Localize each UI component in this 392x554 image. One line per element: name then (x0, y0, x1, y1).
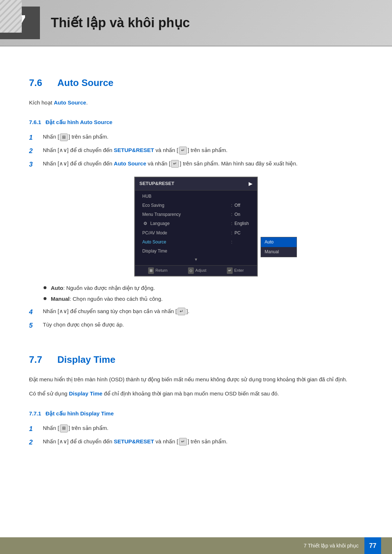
enter-key-icon: ↵ (179, 147, 187, 154)
section-7-7-title: Display Time (57, 352, 115, 368)
osd-footer: ⊞ Return ◇ Adjust ↵ Enter (135, 265, 257, 276)
subsection-7-6-1-heading: 7.6.1 Đặt cấu hình Auto Source (29, 118, 363, 127)
osd-scroll-indicator: ▼ (135, 256, 257, 264)
section-7-6-number: 7.6 (29, 75, 51, 91)
section-7-7-para1: Đặt menu hiển thị trên màn hình (OSD) th… (29, 375, 363, 384)
osd-screenshot-container: SETUP&RESET ▶ HUB Eco Saving : Off Menu … (29, 177, 363, 276)
step-7-6-1-2: 2 Nhấn [∧∨] để di chuyển đến SETUP&RESET… (29, 146, 363, 156)
osd-row-hub: HUB (135, 192, 257, 201)
osd-enter-icon: ↵ (227, 267, 233, 274)
step-7-7-1-1: 1 Nhấn [⊞] trên sản phẩm. (29, 424, 363, 434)
section-7-7-number: 7.7 (29, 352, 51, 368)
subsection-7-7-1-number: 7.7.1 (29, 410, 41, 416)
subsection-7-6-1-number: 7.6.1 (29, 119, 41, 125)
osd-title: SETUP&RESET (139, 180, 174, 188)
enter-key-icon-2: ↵ (171, 160, 179, 168)
bullet-dot-1 (44, 286, 46, 289)
steps-7-6-1: 1 Nhấn [⊞] trên sản phẩm. 2 Nhấn [∧∨] để… (29, 132, 363, 169)
subsection-7-6-1-title: Đặt cấu hình Auto Source (46, 119, 113, 125)
menu-key-icon: ⊞ (60, 134, 68, 141)
footer-chapter-text: 7 Thiết lập và khôi phục (304, 542, 359, 550)
osd-row-menu-trans: Menu Transparency : On (135, 210, 257, 219)
subsection-7-7-1-title: Đặt cấu hình Display Time (46, 410, 114, 416)
osd-row-pcav: PC/AV Mode : PC (135, 229, 257, 238)
osd-arrow-icon: ▶ (249, 180, 253, 188)
step-7-6-1-5: 5 Tùy chọn được chọn sẽ được áp. (29, 320, 363, 331)
osd-footer-return: ⊞ Return (148, 267, 167, 274)
osd-header: SETUP&RESET ▶ (135, 177, 257, 190)
steps-7-6-1-45: 4 Nhấn [∧∨] để chuyển sang tùy chọn bạn … (29, 307, 363, 331)
bullet-manual: Manual: Chọn nguồn vào theo cách thủ côn… (44, 295, 363, 303)
osd-menu-items: HUB Eco Saving : Off Menu Transparency :… (135, 190, 257, 265)
section-7-6-heading: 7.6 Auto Source (29, 75, 363, 91)
osd-row-eco: Eco Saving : Off (135, 201, 257, 210)
osd-footer-enter: ↵ Enter (227, 267, 244, 274)
osd-menu-box: SETUP&RESET ▶ HUB Eco Saving : Off Menu … (134, 177, 258, 276)
step-7-6-1-1: 1 Nhấn [⊞] trên sản phẩm. (29, 132, 363, 143)
osd-footer-adjust: ◇ Adjust (188, 267, 207, 274)
steps-7-7-1: 1 Nhấn [⊞] trên sản phẩm. 2 Nhấn [∧∨] để… (29, 424, 363, 448)
osd-adjust-icon: ◇ (188, 267, 194, 274)
osd-return-icon: ⊞ (148, 267, 154, 274)
chapter-title: Thiết lập và khôi phục (51, 12, 190, 33)
section-7-6-intro: Kích hoạt Auto Source. (29, 98, 363, 107)
bullet-dot-2 (44, 297, 46, 300)
main-content: 7.6 Auto Source Kích hoạt Auto Source. 7… (0, 46, 392, 480)
osd-row-auto-source: Auto Source : Auto Manual (135, 238, 257, 247)
page-footer: 7 Thiết lập và khôi phục 77 (0, 537, 392, 554)
osd-sub-auto: Auto (261, 237, 297, 247)
osd-row-language: ⚙ Language : English (135, 219, 257, 228)
page-number-box: 77 (364, 537, 381, 554)
step-7-6-1-3: 3 Nhấn [∧∨] để di chuyển đến Auto Source… (29, 159, 363, 170)
osd-sub-manual: Manual (261, 247, 297, 257)
enter-key-icon-4: ↵ (179, 438, 187, 446)
page-number: 77 (369, 541, 376, 551)
section-7-7-para2: Có thể sử dụng Display Time để chỉ định … (29, 389, 363, 398)
step-7-7-1-2: 2 Nhấn [∧∨] để di chuyển đến SETUP&RESET… (29, 437, 363, 448)
subsection-7-7-1-heading: 7.7.1 Đặt cấu hình Display Time (29, 409, 363, 418)
header-banner: 7 Thiết lập và khôi phục (0, 0, 392, 46)
osd-gear-icon: ⚙ (142, 221, 148, 227)
section-7-6-title: Auto Source (57, 75, 114, 91)
menu-key-icon-2: ⊞ (60, 424, 68, 432)
osd-row-display-time: Display Time (135, 247, 257, 256)
enter-key-icon-3: ↵ (177, 308, 185, 315)
osd-submenu: Auto Manual (261, 237, 297, 257)
header-stripes (0, 0, 22, 33)
bullet-list-7-6-1: Auto: Nguồn vào được nhận diện tự động. … (44, 284, 363, 303)
bullet-auto: Auto: Nguồn vào được nhận diện tự động. (44, 284, 363, 292)
section-7-7-heading: 7.7 Display Time (29, 352, 363, 368)
step-7-6-1-4: 4 Nhấn [∧∨] để chuyển sang tùy chọn bạn … (29, 307, 363, 317)
